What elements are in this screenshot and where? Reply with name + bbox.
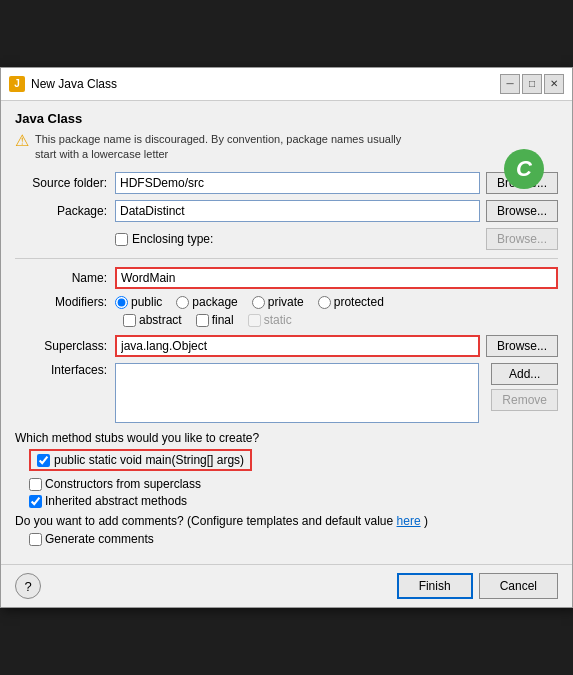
title-bar: J New Java Class ─ □ ✕ [1, 68, 572, 101]
method-stubs-title: Which method stubs would you like to cre… [15, 431, 558, 445]
enclosing-checkbox-wrapper: Enclosing type: [115, 232, 213, 246]
restore-button[interactable]: □ [522, 74, 542, 94]
package-radio-item[interactable]: package [176, 295, 237, 309]
help-button[interactable]: ? [15, 573, 41, 599]
package-browse-button[interactable]: Browse... [486, 200, 558, 222]
section-header: Java Class [15, 111, 558, 126]
static-checkbox [248, 314, 261, 327]
superclass-browse-button[interactable]: Browse... [486, 335, 558, 357]
interfaces-textarea[interactable] [115, 363, 479, 423]
public-radio-label[interactable]: public [131, 295, 162, 309]
comments-title: Do you want to add comments? (Configure … [15, 514, 558, 528]
package-label: Package: [15, 204, 115, 218]
main-method-highlighted: public static void main(String[] args) [29, 449, 252, 471]
package-radio[interactable] [176, 296, 189, 309]
method-stubs-items: public static void main(String[] args) C… [15, 449, 558, 508]
modifiers-group: public package private protected [115, 295, 384, 309]
enclosing-type-row: Enclosing type: Browse... [15, 228, 558, 250]
enclosing-browse-button: Browse... [486, 228, 558, 250]
interfaces-label: Interfaces: [15, 363, 115, 377]
final-checkbox-item[interactable]: final [196, 313, 234, 327]
dialog-footer: ? Finish Cancel [1, 564, 572, 607]
package-radio-label[interactable]: package [192, 295, 237, 309]
new-java-class-dialog: J New Java Class ─ □ ✕ C Java Class ⚠ Th… [0, 67, 573, 609]
comments-title-end: ) [424, 514, 428, 528]
warning-box: ⚠ This package name is discouraged. By c… [15, 132, 558, 163]
generate-comments-checkbox[interactable] [29, 533, 42, 546]
remove-interface-button[interactable]: Remove [491, 389, 558, 411]
name-label: Name: [15, 271, 115, 285]
enclosing-type-label[interactable]: Enclosing type: [132, 232, 213, 246]
minimize-button[interactable]: ─ [500, 74, 520, 94]
warning-text: This package name is discouraged. By con… [35, 132, 401, 163]
final-label[interactable]: final [212, 313, 234, 327]
package-input[interactable] [115, 200, 480, 222]
static-checkbox-item[interactable]: static [248, 313, 292, 327]
superclass-input[interactable] [115, 335, 480, 357]
abstract-checkbox-item[interactable]: abstract [123, 313, 182, 327]
modifiers-row1: Modifiers: public package private [15, 295, 558, 309]
generate-comments-checkbox-item[interactable]: Generate comments [29, 532, 544, 546]
source-folder-label: Source folder: [15, 176, 115, 190]
form-section: C Java Class ⚠ This package name is disc… [15, 111, 558, 547]
close-button[interactable]: ✕ [544, 74, 564, 94]
main-method-wrapper: public static void main(String[] args) [29, 449, 558, 474]
constructors-checkbox[interactable] [29, 478, 42, 491]
source-folder-row: Source folder: Browse... [15, 172, 558, 194]
private-radio-item[interactable]: private [252, 295, 304, 309]
private-radio-label[interactable]: private [268, 295, 304, 309]
constructors-label[interactable]: Constructors from superclass [45, 477, 201, 491]
comments-items: Generate comments [15, 532, 558, 546]
inherited-checkbox-item[interactable]: Inherited abstract methods [29, 494, 544, 508]
source-folder-input[interactable] [115, 172, 480, 194]
modifiers-label: Modifiers: [15, 295, 115, 309]
window-controls: ─ □ ✕ [500, 74, 564, 94]
abstract-label[interactable]: abstract [139, 313, 182, 327]
protected-radio-item[interactable]: protected [318, 295, 384, 309]
modifiers-row2: abstract final static [15, 313, 558, 327]
finish-button[interactable]: Finish [397, 573, 473, 599]
dialog-content: C Java Class ⚠ This package name is disc… [1, 101, 572, 565]
title-bar-left: J New Java Class [9, 76, 117, 92]
eclipse-logo: C [504, 149, 544, 189]
divider1 [15, 258, 558, 259]
static-label: static [264, 313, 292, 327]
abstract-checkbox[interactable] [123, 314, 136, 327]
constructors-checkbox-item[interactable]: Constructors from superclass [29, 477, 544, 491]
inherited-label[interactable]: Inherited abstract methods [45, 494, 187, 508]
public-radio[interactable] [115, 296, 128, 309]
superclass-label: Superclass: [15, 339, 115, 353]
add-interface-button[interactable]: Add... [491, 363, 558, 385]
package-row: Package: Browse... [15, 200, 558, 222]
private-radio[interactable] [252, 296, 265, 309]
enclosing-type-checkbox[interactable] [115, 233, 128, 246]
comments-title-text: Do you want to add comments? (Configure … [15, 514, 393, 528]
cancel-button[interactable]: Cancel [479, 573, 558, 599]
interfaces-buttons: Add... Remove [485, 363, 558, 411]
protected-radio[interactable] [318, 296, 331, 309]
public-radio-item[interactable]: public [115, 295, 162, 309]
main-method-label[interactable]: public static void main(String[] args) [54, 453, 244, 467]
name-row: Name: [15, 267, 558, 289]
final-checkbox[interactable] [196, 314, 209, 327]
interfaces-area: Interfaces: Add... Remove [15, 363, 558, 423]
main-method-checkbox[interactable] [37, 454, 50, 467]
warning-icon: ⚠ [15, 133, 29, 149]
dialog-title: New Java Class [31, 77, 117, 91]
generate-comments-label[interactable]: Generate comments [45, 532, 154, 546]
java-icon: J [9, 76, 25, 92]
superclass-row: Superclass: Browse... [15, 335, 558, 357]
here-link[interactable]: here [397, 514, 421, 528]
method-stubs-section: Which method stubs would you like to cre… [15, 431, 558, 508]
protected-radio-label[interactable]: protected [334, 295, 384, 309]
comments-section: Do you want to add comments? (Configure … [15, 514, 558, 546]
name-input[interactable] [115, 267, 558, 289]
inherited-checkbox[interactable] [29, 495, 42, 508]
